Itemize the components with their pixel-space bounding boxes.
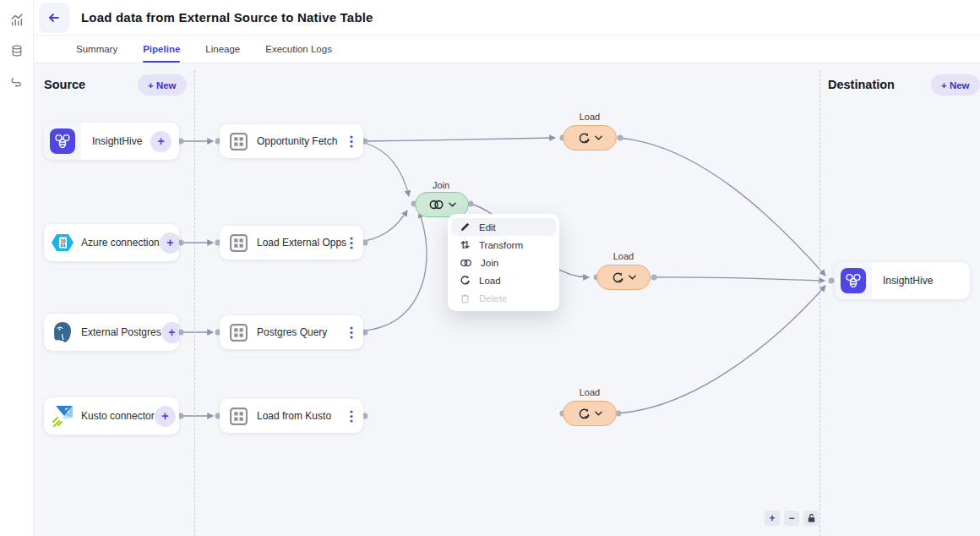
join-venn-icon	[460, 259, 472, 267]
node-label: Load from Kusto	[257, 410, 350, 422]
page-title: Load data from External Source to Native…	[81, 10, 373, 25]
chevron-down-icon[interactable]	[629, 275, 636, 280]
source-heading: Source	[44, 78, 85, 91]
node-label: Load External Opps	[257, 237, 350, 249]
tab-summary[interactable]: Summary	[76, 36, 117, 63]
transform-node-opportunity-fetch[interactable]: Opportunity Fetch	[220, 124, 363, 158]
kusto-icon	[44, 403, 81, 429]
source-new-button[interactable]: + New	[138, 74, 187, 96]
sync-icon	[612, 271, 624, 284]
node-label: InsightHive	[81, 135, 150, 147]
postgres-elephant-icon	[44, 320, 81, 345]
add-connection-button[interactable]: +	[150, 131, 172, 152]
table-grid-icon	[220, 132, 257, 151]
menu-item-delete[interactable]: Delete	[451, 289, 556, 307]
sync-icon	[578, 407, 591, 420]
load-node-top[interactable]	[563, 125, 617, 150]
menu-item-edit[interactable]: Edit	[451, 218, 556, 236]
destination-node-insighthive[interactable]: InsightHive	[835, 262, 970, 299]
destination-column-divider	[819, 70, 820, 536]
svg-text:01: 01	[60, 243, 65, 248]
tab-lineage[interactable]: Lineage	[205, 36, 240, 63]
azure-hexagon-icon: 10 01	[44, 229, 81, 256]
node-context-menu: Edit Transform Join Load Delete	[448, 214, 559, 311]
arrow-left-icon	[47, 11, 61, 25]
transform-node-load-from-kusto[interactable]: Load from Kusto	[220, 399, 363, 433]
load-node-label: Load	[563, 387, 617, 397]
node-label: Kusto connector	[81, 410, 155, 422]
source-node-insighthive[interactable]: InsightHive +	[44, 123, 179, 160]
node-label: Azure connection	[81, 237, 160, 249]
node-label: External Postgres	[81, 326, 161, 338]
destination-heading: Destination	[828, 78, 895, 91]
pencil-icon	[460, 222, 471, 232]
load-node-bottom[interactable]	[563, 401, 617, 426]
insighthive-bee-icon	[44, 123, 81, 160]
add-connection-button[interactable]: +	[155, 406, 176, 427]
join-venn-icon	[428, 200, 444, 210]
database-icon[interactable]	[8, 42, 25, 59]
load-node-label: Load	[596, 251, 651, 261]
kebab-menu-icon[interactable]	[350, 410, 353, 423]
sync-icon	[460, 275, 471, 286]
kebab-menu-icon[interactable]	[350, 135, 353, 148]
lock-button[interactable]	[803, 511, 819, 526]
kebab-menu-icon[interactable]	[350, 326, 353, 339]
chevron-down-icon[interactable]	[595, 135, 602, 140]
tab-execution-logs[interactable]: Execution Logs	[265, 36, 332, 63]
sync-icon	[578, 132, 591, 145]
load-node-label: Load	[563, 112, 617, 122]
page-header: Load data from External Source to Native…	[34, 0, 980, 36]
kebab-menu-icon[interactable]	[350, 237, 353, 249]
table-grid-icon	[220, 323, 257, 342]
pipeline-canvas[interactable]: Source + New Destination + New InsightHi…	[34, 63, 980, 536]
transform-icon	[460, 239, 471, 250]
add-connection-button[interactable]: +	[161, 322, 179, 343]
trash-icon	[460, 293, 471, 304]
zoom-out-button[interactable]: −	[784, 511, 799, 526]
zoom-in-button[interactable]: +	[765, 511, 780, 526]
app-window: Load data from External Source to Native…	[0, 0, 980, 536]
load-node-middle[interactable]	[596, 265, 651, 290]
join-node-label: Join	[414, 180, 468, 190]
node-label: Postgres Query	[257, 326, 350, 338]
tab-pipeline[interactable]: Pipeline	[143, 36, 180, 63]
left-nav-rail	[0, 0, 34, 536]
menu-item-load[interactable]: Load	[451, 271, 556, 289]
transform-node-load-external-opps[interactable]: Load External Opps	[220, 226, 363, 260]
chart-icon[interactable]	[8, 12, 25, 29]
chevron-down-icon[interactable]	[449, 202, 456, 207]
table-grid-icon	[220, 407, 257, 426]
flow-icon[interactable]	[8, 73, 25, 90]
destination-new-button[interactable]: + New	[931, 74, 980, 96]
source-node-postgres[interactable]: External Postgres +	[44, 314, 179, 351]
menu-item-join[interactable]: Join	[451, 254, 556, 271]
back-button[interactable]	[39, 3, 69, 33]
tab-bar: Summary Pipeline Lineage Execution Logs	[34, 36, 980, 63]
menu-item-transform[interactable]: Transform	[451, 236, 556, 254]
canvas-zoom-controls: + −	[765, 511, 819, 526]
source-column-divider	[194, 70, 195, 536]
table-grid-icon	[220, 233, 257, 253]
transform-node-postgres-query[interactable]: Postgres Query	[220, 315, 363, 349]
insighthive-bee-icon	[835, 262, 872, 299]
lock-icon	[807, 513, 816, 523]
chevron-down-icon[interactable]	[595, 411, 602, 416]
add-connection-button[interactable]: +	[160, 232, 179, 254]
source-node-kusto[interactable]: Kusto connector +	[44, 397, 179, 435]
node-label: InsightHive	[872, 275, 970, 287]
node-label: Opportunity Fetch	[257, 135, 350, 147]
source-node-azure[interactable]: 10 01 Azure connection +	[44, 224, 179, 261]
